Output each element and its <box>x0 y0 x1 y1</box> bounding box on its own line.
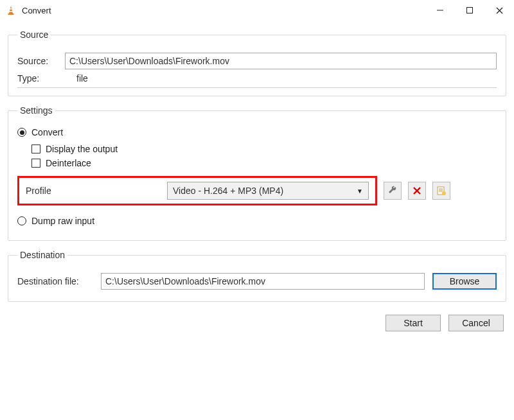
source-divider <box>17 87 497 88</box>
svg-rect-5 <box>467 8 473 13</box>
start-button-label: Start <box>403 318 423 328</box>
checkbox-icon <box>31 159 40 168</box>
cancel-button-label: Cancel <box>462 318 490 328</box>
new-profile-button[interactable] <box>432 182 450 200</box>
delete-profile-button[interactable] <box>408 182 426 200</box>
start-button[interactable]: Start <box>386 315 441 331</box>
close-button[interactable] <box>484 0 514 21</box>
dump-raw-label: Dump raw input <box>31 216 94 226</box>
maximize-button[interactable] <box>455 0 484 21</box>
browse-button[interactable]: Browse <box>432 273 497 290</box>
profile-select[interactable]: Video - H.264 + MP3 (MP4) ▼ <box>167 182 369 200</box>
chevron-down-icon: ▼ <box>357 188 363 195</box>
window-controls <box>425 0 514 21</box>
window-title: Convert <box>22 6 51 15</box>
source-input[interactable] <box>65 53 497 69</box>
convert-radio-label: Convert <box>31 127 63 137</box>
titlebar: Convert <box>0 0 514 21</box>
display-output-checkbox[interactable]: Display the output <box>31 144 497 154</box>
profile-value: Video - H.264 + MP3 (MP4) <box>173 186 283 196</box>
radio-icon <box>17 216 26 225</box>
edit-profile-button[interactable] <box>384 182 402 200</box>
dump-raw-radio[interactable]: Dump raw input <box>17 216 497 226</box>
source-legend: Source <box>17 30 51 40</box>
destination-legend: Destination <box>17 250 67 260</box>
new-doc-icon <box>436 186 447 196</box>
deinterlace-label: Deinterlace <box>46 158 91 168</box>
destination-label: Destination file: <box>17 276 101 286</box>
type-label: Type: <box>17 73 65 83</box>
settings-group: Settings Convert Display the output Dein… <box>8 105 506 241</box>
svg-rect-1 <box>10 8 13 10</box>
x-icon <box>412 186 421 195</box>
profile-highlight: Profile Video - H.264 + MP3 (MP4) ▼ <box>17 176 377 206</box>
vlc-cone-icon <box>5 4 17 16</box>
browse-button-label: Browse <box>450 276 480 286</box>
radio-icon <box>17 128 26 137</box>
display-output-label: Display the output <box>46 144 118 154</box>
destination-group: Destination Destination file: Browse <box>8 250 506 302</box>
svg-rect-2 <box>9 11 13 12</box>
svg-marker-0 <box>9 6 13 13</box>
wrench-icon <box>387 186 398 196</box>
profile-label: Profile <box>26 186 167 196</box>
type-value: file <box>76 73 88 83</box>
deinterlace-checkbox[interactable]: Deinterlace <box>31 158 497 168</box>
cancel-button[interactable]: Cancel <box>448 315 504 331</box>
source-group: Source Source: Type: file <box>8 30 506 96</box>
minimize-button[interactable] <box>425 0 455 21</box>
destination-input[interactable] <box>101 273 425 290</box>
svg-rect-3 <box>8 13 14 15</box>
convert-radio[interactable]: Convert <box>17 127 497 137</box>
svg-point-14 <box>442 191 446 195</box>
checkbox-icon <box>31 144 40 153</box>
settings-legend: Settings <box>17 105 55 116</box>
source-label: Source: <box>17 56 65 66</box>
dialog-buttons: Start Cancel <box>8 311 506 331</box>
